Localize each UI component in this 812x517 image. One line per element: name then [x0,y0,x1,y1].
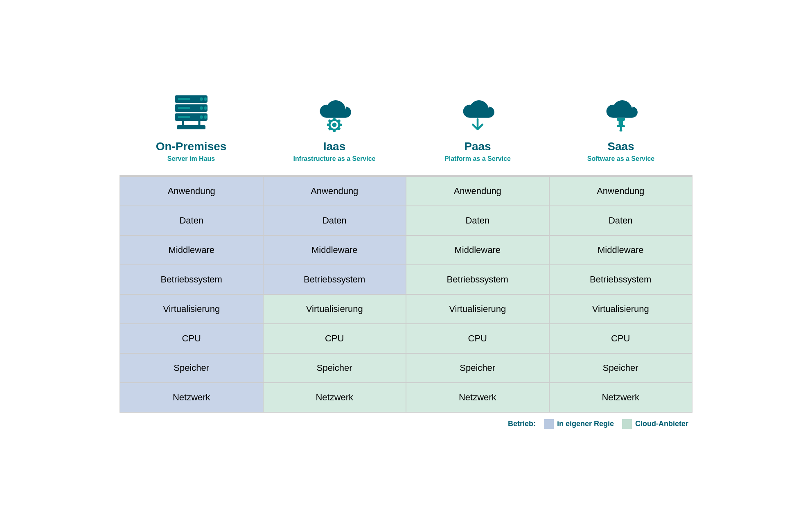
cloud-gear-icon [314,92,355,133]
paas-title: Paas [464,140,491,154]
table-cell: Virtualisierung [406,295,550,324]
svg-rect-30 [619,130,622,132]
svg-rect-27 [617,118,625,121]
saas-subtitle: Software as a Service [587,155,655,163]
svg-rect-19 [327,124,329,126]
svg-rect-17 [333,118,336,121]
table-cell: Middleware [120,236,264,265]
svg-point-6 [204,106,207,110]
table-cell: CPU [264,324,407,354]
table-cell: Middleware [264,236,407,265]
header-on-premises: On-Premises Server im Haus [120,88,263,171]
legend-item-blue: in eigener Regie [544,419,614,429]
svg-point-4 [204,97,207,101]
table-cell: Speicher [264,354,407,383]
legend-box-blue [544,419,554,429]
on-premises-title: On-Premises [156,140,227,154]
iaas-subtitle: Infrastructure as a Service [293,155,376,163]
legend-label-blue: in eigener Regie [557,420,614,428]
svg-point-7 [200,115,203,119]
svg-point-16 [332,123,337,127]
svg-rect-9 [178,98,190,100]
table-cell: Anwendung [120,177,264,206]
svg-point-8 [204,115,207,119]
table-cell: Daten [406,206,550,236]
legend-row: Betrieb: in eigener Regie Cloud-Anbieter [120,419,692,429]
legend-prefix: Betrieb: [508,420,536,428]
svg-rect-14 [177,125,205,129]
header-row: On-Premises Server im Haus [120,88,692,171]
header-iaas: Iaas Infrastructure as a Service [263,88,406,171]
table-cell: Netzwerk [550,383,693,413]
table-cell: Virtualisierung [264,295,407,324]
legend-label-green: Cloud-Anbieter [635,420,688,428]
table-cell: Betriebssystem [264,265,407,295]
table-cell: Anwendung [550,177,693,206]
table-cell: Daten [550,206,693,236]
cloud-plug-icon [600,92,641,133]
svg-rect-11 [178,116,190,118]
table-cell: CPU [406,324,550,354]
table-cell: Middleware [406,236,550,265]
table-cell: Virtualisierung [550,295,693,324]
iaas-title: Iaas [323,140,346,154]
table-cell: Virtualisierung [120,295,264,324]
table-cell: Speicher [406,354,550,383]
legend-box-green [622,419,632,429]
header-paas: Paas Platform as a Service [406,88,549,171]
header-saas: Saas Software as a Service [549,88,692,171]
table-grid: AnwendungAnwendungAnwendungAnwendungDate… [120,176,692,413]
table-cell: Anwendung [406,177,550,206]
table-cell: Betriebssystem [406,265,550,295]
svg-point-3 [200,97,203,101]
table-cell: CPU [550,324,693,354]
saas-title: Saas [607,140,634,154]
paas-subtitle: Platform as a Service [444,155,511,163]
table-cell: Netzwerk [406,383,550,413]
svg-rect-20 [339,124,342,126]
svg-point-5 [200,106,203,110]
table-cell: Anwendung [264,177,407,206]
table-cell: Speicher [550,354,693,383]
table-cell: Netzwerk [120,383,264,413]
table-cell: Netzwerk [264,383,407,413]
table-cell: Daten [120,206,264,236]
server-icon [171,92,212,133]
table-cell: Middleware [550,236,693,265]
table-cell: Betriebssystem [550,265,693,295]
svg-rect-10 [178,107,190,109]
table-cell: CPU [120,324,264,354]
legend-item-green: Cloud-Anbieter [622,419,688,429]
table-cell: Betriebssystem [120,265,264,295]
comparison-table: On-Premises Server im Haus [120,88,692,429]
svg-rect-18 [333,129,336,132]
table-cell: Daten [264,206,407,236]
cloud-download-icon [457,92,498,133]
on-premises-subtitle: Server im Haus [167,155,215,163]
table-cell: Speicher [120,354,264,383]
